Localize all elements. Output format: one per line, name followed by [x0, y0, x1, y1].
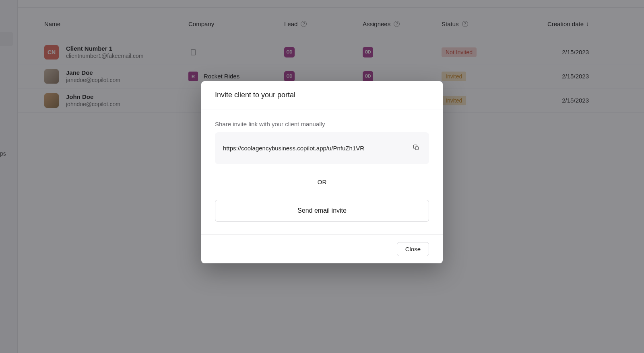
modal-footer: Close	[201, 234, 443, 263]
divider-text: OR	[318, 179, 327, 185]
copy-icon	[413, 144, 419, 151]
invite-link-text: https://coolagencybusiness.copilot.app/u…	[223, 145, 364, 152]
invite-client-modal: Invite client to your portal Share invit…	[201, 81, 443, 263]
modal-header: Invite client to your portal	[201, 81, 443, 109]
copy-link-button[interactable]	[411, 143, 421, 154]
share-link-label: Share invite link with your client manua…	[215, 121, 429, 127]
divider-line	[334, 182, 429, 182]
svg-rect-5	[415, 147, 418, 150]
divider: OR	[215, 179, 429, 185]
invite-link-box: https://coolagencybusiness.copilot.app/u…	[215, 132, 429, 164]
send-email-invite-button[interactable]: Send email invite	[215, 200, 429, 222]
divider-line	[215, 182, 310, 182]
modal-title: Invite client to your portal	[215, 91, 429, 99]
modal-body: Share invite link with your client manua…	[201, 109, 443, 234]
modal-overlay[interactable]: Invite client to your portal Share invit…	[0, 0, 644, 353]
close-button[interactable]: Close	[397, 242, 429, 256]
